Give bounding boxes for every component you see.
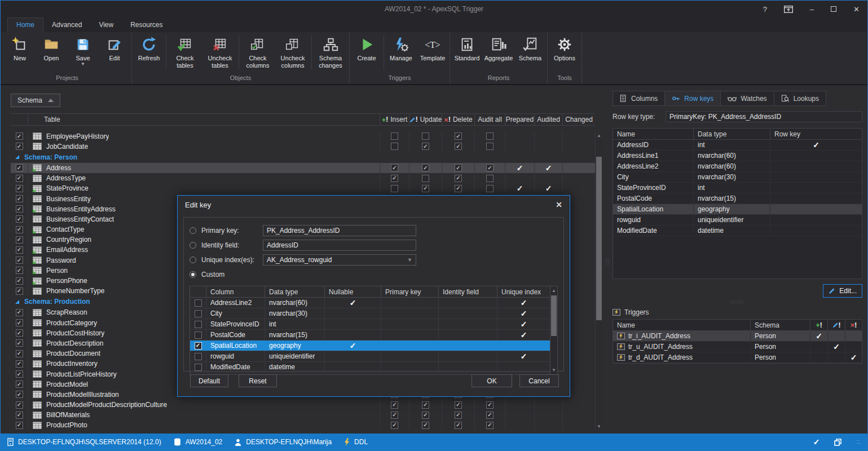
column-row-spatiallocation[interactable]: SpatialLocation geography — [613, 204, 862, 215]
tables-scrollbar[interactable]: ▲ ▼ — [595, 131, 602, 431]
column-header-identity-field[interactable]: Identity field — [438, 286, 497, 297]
triggers-splitter[interactable]: ∷∷∷ — [613, 298, 862, 307]
checkbox[interactable]: ✓ — [391, 175, 398, 182]
copy-icon[interactable] — [834, 439, 841, 446]
table-column-header[interactable]: Table — [28, 114, 380, 125]
ribbon-button-check-columns[interactable]: Check columns — [240, 33, 275, 74]
checkbox[interactable]: ✓ — [16, 288, 23, 295]
column-row-addressid[interactable]: AddressID int ✓ — [613, 140, 862, 151]
scroll-up-icon[interactable]: ▲ — [596, 132, 602, 139]
ribbon-button-check-tables[interactable]: Check tables — [168, 33, 202, 74]
checkbox[interactable]: ✓ — [455, 401, 462, 409]
checkbox[interactable] — [486, 185, 494, 192]
checkbox[interactable]: ✓ — [16, 350, 23, 357]
table-row-productphoto[interactable]: ✓ ProductPhoto ✓✓✓✓ — [11, 421, 595, 431]
checkbox[interactable]: ✓ — [16, 360, 23, 368]
checkbox[interactable] — [391, 143, 398, 150]
tab-lookups[interactable]: Lookups — [774, 91, 826, 106]
checkbox[interactable] — [486, 143, 494, 150]
checkbox[interactable]: ✓ — [391, 401, 398, 409]
ribbon-tab-view[interactable]: View — [90, 18, 122, 32]
scroll-down-icon[interactable]: ▼ — [596, 423, 602, 430]
table-row-employeepayhistory[interactable]: ✓ EmployeePayHistory ✓ — [11, 131, 595, 142]
key-column-row-stateprovinceid[interactable]: StateProvinceID int ✓ — [190, 319, 550, 330]
ribbon-tab-resources[interactable]: Resources — [122, 18, 171, 32]
column-header-insert[interactable]: +! — [810, 320, 827, 330]
checkbox[interactable]: ✓ — [16, 185, 23, 192]
checkbox[interactable]: ✓ — [16, 195, 23, 202]
ribbon-button-options[interactable]: Options — [549, 33, 580, 74]
column-header-primary-key[interactable]: Primary key — [381, 286, 438, 297]
tab-watches[interactable]: Watches — [721, 91, 774, 106]
checkbox[interactable]: ✓ — [422, 185, 429, 192]
dropdown-arrow-icon[interactable]: ▼ — [81, 62, 85, 67]
ribbon-button-schema-changes[interactable]: Schema changes — [313, 33, 348, 74]
column-header-update[interactable]: ! — [827, 320, 845, 330]
ribbon-button-uncheck-columns[interactable]: Uncheck columns — [275, 33, 310, 74]
checkbox[interactable]: ✓ — [486, 164, 494, 171]
checkbox[interactable]: ✓ — [16, 422, 23, 429]
checkbox[interactable] — [391, 185, 398, 192]
ribbon-button-uncheck-tables[interactable]: Uncheck tables — [202, 33, 237, 74]
dropdown-unique-index-es[interactable]: AK_Address_rowguid▼ — [263, 254, 416, 266]
ribbon-button-template[interactable]: <T> Template — [417, 33, 448, 74]
ribbon-pin-icon[interactable] — [784, 6, 793, 13]
scroll-up-icon[interactable]: ▲ — [550, 287, 557, 294]
column-row-city[interactable]: City nvarchar(30) — [613, 172, 862, 183]
column-header-audit-all[interactable]: Audit all — [474, 114, 505, 125]
tab-columns[interactable]: Columns — [613, 91, 665, 106]
checkbox[interactable] — [195, 321, 202, 328]
column-header-insert[interactable]: +!Insert — [380, 114, 409, 125]
column-header-changed[interactable]: Changed — [562, 114, 595, 125]
resize-grip-icon[interactable]: ∙∙∙∙∙ — [856, 439, 861, 445]
check-column-header[interactable] — [11, 114, 28, 125]
column-row-stateprovinceid[interactable]: StateProvinceID int — [613, 183, 862, 193]
help-button[interactable]: ? — [763, 5, 767, 14]
checkbox[interactable]: ✓ — [16, 277, 23, 285]
column-header-check[interactable] — [190, 286, 206, 297]
checkbox[interactable]: ✓ — [16, 267, 23, 274]
checkbox[interactable] — [195, 353, 202, 360]
field-primary-key[interactable]: PK_Address_AddressID — [263, 225, 416, 236]
ribbon-tab-home[interactable]: Home — [7, 17, 43, 32]
checkbox[interactable]: ✓ — [195, 342, 202, 350]
checkbox[interactable]: ✓ — [16, 246, 23, 254]
checkbox[interactable]: ✓ — [455, 132, 462, 140]
trigger-row-tr-i-audit-address[interactable]: tr_i_AUDIT_Address Person ✓ — [613, 331, 862, 342]
key-column-row-spatiallocation[interactable]: ✓ SpatialLocation geography ✓ — [190, 341, 550, 351]
checkbox[interactable]: ✓ — [16, 132, 23, 140]
checkbox[interactable]: ✓ — [486, 412, 494, 419]
cancel-button[interactable]: Cancel — [519, 374, 559, 387]
checkbox[interactable]: ✓ — [16, 381, 23, 388]
column-header-data-type[interactable]: Data type — [693, 129, 770, 139]
ribbon-button-new[interactable]: New — [4, 33, 36, 74]
dropdown-arrow-icon[interactable]: ▼ — [407, 257, 412, 263]
column-header-delete[interactable]: ×!Delete — [442, 114, 474, 125]
key-column-row-city[interactable]: City nvarchar(30) ✓ — [190, 308, 550, 319]
checkbox[interactable]: ✓ — [16, 226, 23, 233]
checkbox[interactable]: ✓ — [486, 401, 494, 409]
column-header-unique-index[interactable]: Unique index — [497, 286, 550, 297]
checkbox[interactable]: ✓ — [16, 401, 23, 409]
table-row-jobcandidate[interactable]: ✓ JobCandidate ✓✓ — [11, 142, 595, 152]
column-row-rowguid[interactable]: rowguid uniqueidentifier — [613, 215, 862, 226]
checkbox[interactable]: ✓ — [16, 175, 23, 182]
radio-unique-index-es[interactable] — [190, 257, 196, 263]
checkbox[interactable]: ✓ — [391, 422, 398, 429]
checkbox[interactable]: ✓ — [391, 412, 398, 419]
column-row-addressline1[interactable]: AddressLine1 nvarchar(60) — [613, 151, 862, 161]
ribbon-button-refresh[interactable]: Refresh — [133, 33, 165, 74]
checkbox[interactable]: ✓ — [486, 422, 494, 429]
scroll-down-icon[interactable]: ▼ — [550, 366, 557, 374]
checkbox[interactable]: ✓ — [422, 143, 429, 150]
key-column-row-modifieddate[interactable]: ModifiedDate datetime — [190, 362, 550, 373]
minimize-button[interactable]: – — [810, 5, 814, 14]
column-header-nullable[interactable]: Nullable — [324, 286, 381, 297]
tab-row-keys[interactable]: Row keys — [665, 91, 721, 106]
checkbox[interactable] — [422, 175, 429, 182]
checkbox[interactable]: ✓ — [16, 329, 23, 337]
checkbox[interactable] — [486, 175, 494, 182]
table-row-addresstype[interactable]: ✓ AddressType ✓✓ — [11, 174, 595, 184]
panel-splitter[interactable]: ∷∷ — [603, 92, 612, 431]
checkbox[interactable]: ✓ — [455, 164, 462, 171]
